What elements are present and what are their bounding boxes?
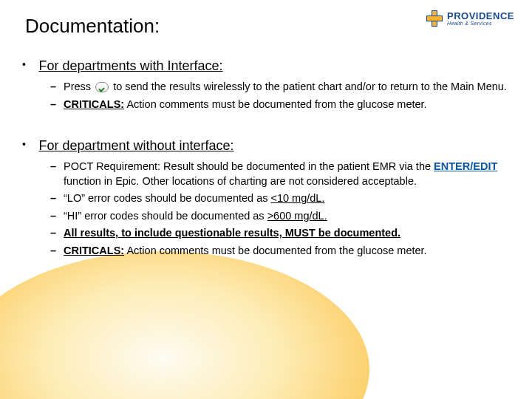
list-item: “HI” error codes should be documented as… bbox=[64, 209, 510, 224]
list-item: POCT Requirement: Result should be docum… bbox=[64, 160, 510, 188]
text: “HI” error codes should be documented as bbox=[64, 210, 267, 222]
background-swoosh bbox=[0, 251, 369, 399]
section-heading: For department without interface: bbox=[38, 138, 233, 153]
list-item: All results, to include questionable res… bbox=[64, 226, 510, 241]
enter-edit-link: ENTER/EDIT bbox=[434, 160, 497, 172]
lo-threshold: <10 mg/dL. bbox=[270, 192, 324, 204]
text: to send the results wirelessly to the pa… bbox=[113, 81, 507, 92]
list-item: CRITICALS: Action comments must be docum… bbox=[64, 98, 510, 112]
list-item: CRITICALS: Action comments must be docum… bbox=[64, 244, 510, 259]
page-title: Documentation: bbox=[25, 15, 510, 38]
ok-check-icon bbox=[95, 82, 109, 92]
text: POCT Requirement: Result should be docum… bbox=[64, 160, 434, 172]
text: Action comments must be documented from … bbox=[124, 98, 426, 110]
section-without-interface: For department without interface: POCT R… bbox=[35, 138, 510, 258]
criticals-label: CRITICALS: bbox=[64, 245, 124, 256]
text: function in Epic. Other locations of cha… bbox=[64, 175, 417, 187]
all-results-text: All results, to include questionable res… bbox=[64, 227, 400, 239]
section-list: For departments with Interface: Press to… bbox=[22, 58, 510, 259]
hi-threshold: >600 mg/dL. bbox=[267, 210, 327, 222]
section-heading: For departments with Interface: bbox=[38, 58, 222, 73]
section-with-interface: For departments with Interface: Press to… bbox=[35, 58, 510, 112]
text: “LO” error codes should be documented as bbox=[64, 192, 270, 204]
list-item: “LO” error codes should be documented as… bbox=[64, 191, 510, 206]
list-item: Press to send the results wirelessly to … bbox=[64, 80, 510, 95]
text: Action comments must be documented from … bbox=[124, 245, 426, 256]
criticals-label: CRITICALS: bbox=[64, 98, 124, 110]
text: Press bbox=[64, 81, 94, 92]
